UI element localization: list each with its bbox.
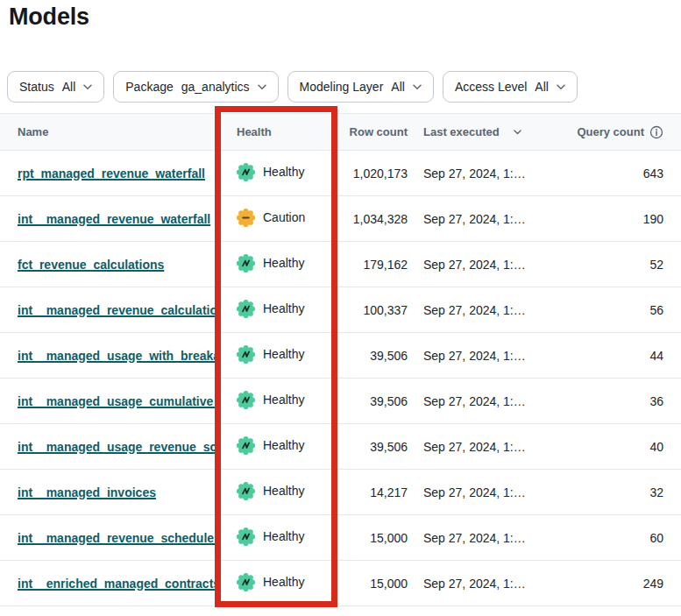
table-header-row: Name Health Row count Last executed Quer… bbox=[0, 113, 681, 151]
row-count-cell: 15,000 bbox=[337, 577, 408, 591]
model-name-link[interactable]: rpt_managed_revenue_waterfall bbox=[18, 166, 205, 181]
table-row: int__managed_revenue_schedule_… Healthy … bbox=[0, 515, 681, 561]
last-executed-cell: Sep 27, 2024, 1:… bbox=[408, 485, 558, 499]
health-badge: Caution bbox=[237, 209, 305, 227]
health-status-label: Healthy bbox=[263, 575, 304, 589]
filter-label: Package bbox=[125, 80, 173, 94]
health-status-label: Healthy bbox=[263, 347, 304, 361]
info-icon[interactable] bbox=[649, 125, 663, 139]
filter-button[interactable]: Package ga_analytics bbox=[113, 71, 278, 103]
bolt-badge-icon bbox=[237, 482, 255, 500]
bolt-badge-icon bbox=[237, 436, 255, 455]
table-row: fct_revenue_calculations Healthy 179,162… bbox=[0, 242, 681, 287]
health-badge: Healthy bbox=[237, 300, 304, 318]
last-executed-cell: Sep 27, 2024, 1:… bbox=[408, 258, 558, 272]
query-count-cell: 52 bbox=[558, 258, 681, 272]
filter-label: Modeling Layer bbox=[300, 80, 384, 94]
health-status-label: Healthy bbox=[263, 529, 304, 543]
row-count-cell: 179,162 bbox=[337, 258, 408, 272]
filter-value: All bbox=[62, 80, 76, 94]
table-row: int__managed_usage_revenue_sc… Healthy 3… bbox=[0, 424, 681, 470]
query-count-cell: 643 bbox=[558, 166, 681, 181]
table-row: int__managed_revenue_waterfall Caution 1… bbox=[0, 196, 681, 242]
table-row: int__managed_revenue_calculations Health… bbox=[0, 287, 681, 333]
row-count-cell: 1,034,328 bbox=[337, 212, 408, 226]
query-count-cell: 32 bbox=[558, 485, 681, 499]
bolt-badge-icon bbox=[237, 527, 255, 546]
filter-button[interactable]: Access Level All bbox=[443, 71, 578, 103]
bolt-badge-icon bbox=[237, 345, 255, 364]
column-header-last-executed[interactable]: Last executed bbox=[408, 125, 558, 138]
row-count-cell: 1,020,173 bbox=[337, 166, 408, 181]
table-row: int__managed_invoices Healthy 14,217 Sep… bbox=[0, 470, 681, 515]
filter-button[interactable]: Modeling Layer All bbox=[287, 71, 434, 103]
filter-value: ga_analytics bbox=[181, 80, 250, 94]
model-name-link[interactable]: int__managed_invoices bbox=[18, 485, 156, 499]
column-header-query-count: Query count bbox=[558, 125, 681, 139]
chevron-down-icon bbox=[557, 84, 565, 90]
health-status-label: Healthy bbox=[263, 165, 304, 179]
table-row: int__managed_usage_with_breaka… Healthy … bbox=[0, 333, 681, 379]
health-badge: Healthy bbox=[237, 391, 304, 409]
bolt-badge-icon bbox=[237, 163, 255, 181]
model-name-link[interactable]: int__managed_revenue_calculations bbox=[18, 303, 221, 317]
models-page: Models Status All Package ga_analytics M… bbox=[0, 0, 681, 616]
last-executed-cell: Sep 27, 2024, 1:… bbox=[408, 349, 558, 363]
filter-button[interactable]: Status All bbox=[7, 71, 104, 103]
model-name-link[interactable]: int__managed_revenue_waterfall bbox=[18, 212, 210, 226]
page-title: Models bbox=[9, 4, 89, 31]
last-executed-cell: Sep 27, 2024, 1:… bbox=[408, 166, 558, 181]
table-body: rpt_managed_revenue_waterfall Healthy 1,… bbox=[0, 151, 681, 606]
last-executed-cell: Sep 27, 2024, 1:… bbox=[408, 440, 558, 454]
model-name-link[interactable]: int__managed_usage_revenue_sc… bbox=[18, 440, 221, 454]
health-badge: Healthy bbox=[237, 482, 304, 500]
column-header-name: Name bbox=[0, 125, 221, 138]
query-count-label: Query count bbox=[577, 125, 644, 138]
health-badge: Healthy bbox=[237, 527, 304, 546]
column-header-row-count: Row count bbox=[337, 125, 408, 138]
chevron-down-icon bbox=[83, 84, 92, 90]
table-row: int__managed_usage_cumulative_… Healthy … bbox=[0, 379, 681, 424]
query-count-cell: 44 bbox=[558, 349, 681, 363]
query-count-cell: 36 bbox=[558, 394, 681, 408]
health-status-label: Healthy bbox=[263, 301, 304, 315]
bolt-badge-icon bbox=[237, 391, 255, 409]
health-badge: Healthy bbox=[237, 163, 304, 181]
query-count-cell: 40 bbox=[558, 440, 681, 454]
query-count-cell: 190 bbox=[558, 212, 681, 226]
filter-label: Access Level bbox=[455, 80, 527, 94]
filter-value: All bbox=[535, 80, 549, 94]
row-count-cell: 15,000 bbox=[337, 531, 408, 545]
row-count-cell: 100,337 bbox=[337, 303, 408, 317]
health-badge: Healthy bbox=[237, 345, 304, 364]
health-status-label: Healthy bbox=[263, 484, 304, 498]
health-badge: Healthy bbox=[237, 573, 304, 591]
health-status-label: Healthy bbox=[263, 438, 304, 452]
last-executed-cell: Sep 27, 2024, 1:… bbox=[408, 531, 558, 545]
bolt-badge-icon bbox=[237, 254, 255, 273]
last-executed-cell: Sep 27, 2024, 1:… bbox=[408, 303, 558, 317]
row-count-cell: 39,506 bbox=[337, 440, 408, 454]
row-count-cell: 39,506 bbox=[337, 349, 408, 363]
column-header-health: Health bbox=[221, 125, 337, 138]
model-name-link[interactable]: int__enriched_managed_contracts bbox=[18, 577, 220, 591]
last-executed-cell: Sep 27, 2024, 1:… bbox=[408, 577, 558, 591]
bolt-badge-icon bbox=[237, 300, 255, 318]
model-name-link[interactable]: fct_revenue_calculations bbox=[18, 258, 164, 272]
model-name-link[interactable]: int__managed_revenue_schedule_… bbox=[18, 531, 221, 545]
chevron-down-icon bbox=[413, 84, 422, 90]
filter-label: Status bbox=[19, 80, 54, 94]
chevron-down-icon bbox=[258, 84, 266, 90]
table-row: rpt_managed_revenue_waterfall Healthy 1,… bbox=[0, 151, 681, 196]
last-executed-cell: Sep 27, 2024, 1:… bbox=[408, 394, 558, 408]
bolt-badge-icon bbox=[237, 573, 255, 591]
model-name-link[interactable]: int__managed_usage_with_breaka… bbox=[18, 349, 221, 363]
model-name-link[interactable]: int__managed_usage_cumulative_… bbox=[18, 394, 221, 408]
filter-bar: Status All Package ga_analytics Modeling… bbox=[7, 71, 578, 103]
table-row: int__enriched_managed_contracts Healthy … bbox=[0, 561, 681, 606]
query-count-cell: 60 bbox=[558, 531, 681, 545]
row-count-cell: 14,217 bbox=[337, 485, 408, 499]
query-count-cell: 249 bbox=[558, 577, 681, 591]
health-badge: Healthy bbox=[237, 436, 304, 455]
last-executed-label: Last executed bbox=[423, 125, 500, 138]
